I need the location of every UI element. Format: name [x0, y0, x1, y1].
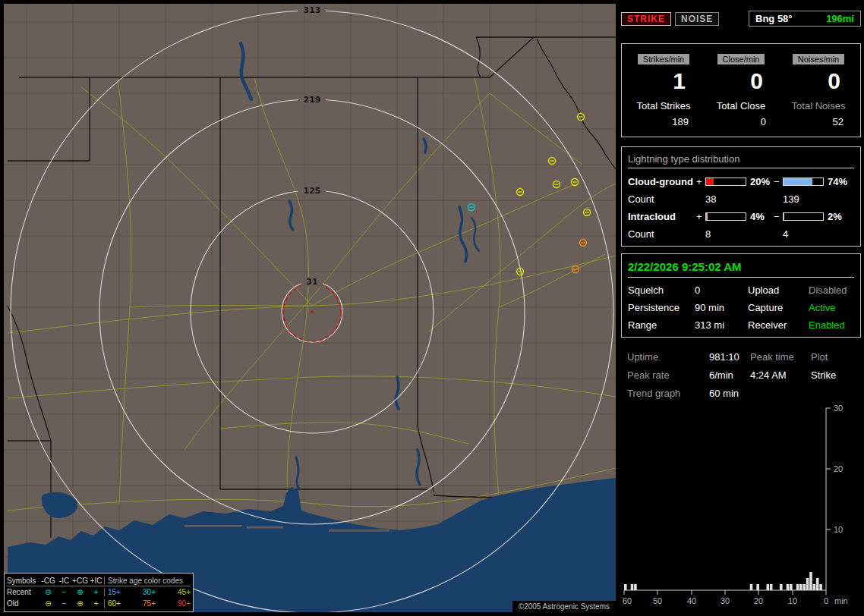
ring-label-219: 219 [304, 95, 321, 105]
count-label: Count [628, 193, 696, 205]
cg-plus-count: 38 [705, 193, 774, 205]
noises-per-min-value: 0 [780, 68, 857, 94]
total-close-value: 0 [702, 116, 780, 127]
map-legend: Symbols -CG -IC +CG +IC Strike age color… [4, 573, 194, 612]
neg-ic-recent-icon: − [56, 588, 72, 596]
upload-label: Upload [748, 284, 809, 296]
topbar: STRIKE NOISE Bng 58° 196mi [621, 11, 861, 27]
y-tick-30: 30 [834, 404, 843, 413]
noises-column: Noises/min 0 Total Noises 52 [780, 52, 857, 127]
capture-label: Capture [748, 302, 809, 313]
x-tick-50: 50 [653, 596, 662, 605]
bearing-value: Bng 58° [755, 13, 793, 24]
x-tick-30: 30 [721, 596, 730, 605]
legend-col-pos-ic: +IC [88, 577, 104, 585]
cloud-ground-label: Cloud-ground [628, 176, 696, 187]
trend-graph-panel: 30 20 10 60 50 40 30 20 10 0 min [621, 402, 861, 611]
ic-minus-pct: 2% [824, 211, 854, 222]
trend-graph: 30 20 10 60 50 40 30 20 10 0 min [621, 402, 860, 608]
distribution-panel: Lightning type distribution Cloud-ground… [621, 146, 861, 247]
ic-minus-bar [783, 212, 824, 221]
total-noises-label: Total Noises [780, 100, 857, 112]
plus-sign: + [696, 211, 705, 222]
trend-bars [624, 572, 822, 590]
age-90: 90+ [178, 599, 191, 608]
y-tick-20: 20 [834, 464, 843, 473]
cg-minus-count: 139 [783, 193, 854, 205]
map-canvas[interactable]: 313 219 125 31 [4, 4, 616, 612]
minus-sign: − [774, 176, 783, 187]
persistence-value: 90 min [695, 302, 748, 313]
noise-toggle-button[interactable]: NOISE [675, 12, 719, 26]
strikes-column: Strikes/min 1 Total Strikes 189 [625, 52, 702, 127]
neg-cg-old-icon: ⊖ [40, 599, 56, 608]
ring-label-313: 313 [304, 5, 321, 15]
pos-ic-old-icon: + [88, 599, 104, 608]
status-grid: Squelch 0 Upload Disabled Persistence 90… [628, 284, 854, 331]
copyright-text: ©2005 Astrogenic Systems [512, 601, 616, 612]
legend-old-row: Old ⊖ − ⊕ + 60+ 75+ 90+ [7, 598, 191, 609]
range-label: Range [628, 319, 695, 331]
receiver-marker [311, 310, 313, 313]
sidebar: STRIKE NOISE Bng 58° 196mi Strikes/min 1… [621, 4, 861, 612]
total-strikes-label: Total Strikes [625, 100, 702, 112]
minus-sign: − [774, 211, 783, 222]
count-label: Count [628, 228, 696, 240]
peakrate-label: Peak rate [627, 369, 709, 381]
plot-label: Plot [811, 351, 855, 363]
legend-recent-ages: 15+ 30+ 45+ [104, 588, 191, 596]
legend-symbols-header: Symbols [7, 577, 40, 585]
intracloud-label: Intracloud [628, 211, 696, 222]
uptime-label: Uptime [627, 351, 709, 363]
x-tick-40: 40 [687, 596, 696, 605]
ic-plus-pct: 4% [746, 211, 774, 222]
age-45: 45+ [178, 588, 191, 596]
legend-recent-label: Recent [7, 588, 40, 596]
ic-minus-count: 4 [783, 228, 854, 240]
pos-cg-recent-icon: ⊕ [72, 588, 88, 596]
y-tick-10: 10 [834, 525, 843, 534]
persistence-label: Persistence [628, 302, 695, 313]
trend-label: Trend graph [627, 388, 709, 399]
strikes-per-min-value: 1 [625, 68, 702, 94]
pos-ic-recent-icon: + [88, 588, 104, 596]
map-display[interactable]: 313 219 125 31 Symbols -CG -IC +CG +IC S… [4, 4, 616, 612]
x-tick-20: 20 [754, 596, 763, 605]
datetime-display: 2/22/2026 9:25:02 AM [628, 260, 854, 278]
rates-panel: Strikes/min 1 Total Strikes 189 Close/mi… [621, 43, 861, 137]
strikes-per-min-header: Strikes/min [638, 54, 689, 64]
cg-plus-bar [705, 178, 746, 186]
x-tick-60: 60 [623, 596, 632, 605]
distribution-grid: Cloud-ground + 20% − 74% Count 38 139 In… [628, 176, 854, 240]
legend-col-neg-cg: -CG [40, 577, 56, 585]
squelch-label: Squelch [628, 284, 695, 296]
total-close-label: Total Close [702, 100, 780, 112]
status-panel: 2/22/2026 9:25:02 AM Squelch 0 Upload Di… [621, 253, 861, 338]
strike-toggle-button[interactable]: STRIKE [621, 12, 671, 26]
total-noises-value: 52 [780, 116, 857, 127]
trend-window-value: 60 min [709, 388, 750, 399]
ic-plus-count: 8 [705, 228, 774, 240]
noises-per-min-header: Noises/min [793, 54, 844, 64]
session-grid: Uptime 981:10 Peak time Plot Peak rate 6… [627, 351, 855, 399]
close-per-min-value: 0 [702, 68, 780, 94]
ring-label-125: 125 [304, 186, 321, 196]
pos-cg-old-icon: ⊕ [72, 599, 88, 608]
legend-old-label: Old [7, 599, 40, 608]
cg-minus-pct: 74% [824, 176, 854, 187]
uptime-value: 981:10 [709, 351, 750, 363]
neg-cg-recent-icon: ⊖ [40, 588, 56, 596]
capture-status: Active [809, 302, 854, 313]
peakrate-value: 6/min [709, 369, 750, 381]
legend-col-neg-ic: -IC [56, 577, 72, 585]
ic-plus-bar [705, 212, 746, 221]
legend-age-header: Strike age color codes [104, 577, 191, 585]
close-column: Close/min 0 Total Close 0 [702, 52, 780, 127]
cg-minus-bar [783, 178, 824, 186]
age-75: 75+ [143, 599, 156, 608]
cg-plus-pct: 20% [746, 176, 774, 187]
session-panel: Uptime 981:10 Peak time Plot Peak rate 6… [621, 345, 861, 399]
age-30: 30+ [143, 588, 156, 596]
legend-recent-row: Recent ⊖ − ⊕ + 15+ 30+ 45+ [7, 586, 191, 598]
age-60: 60+ [108, 599, 121, 608]
